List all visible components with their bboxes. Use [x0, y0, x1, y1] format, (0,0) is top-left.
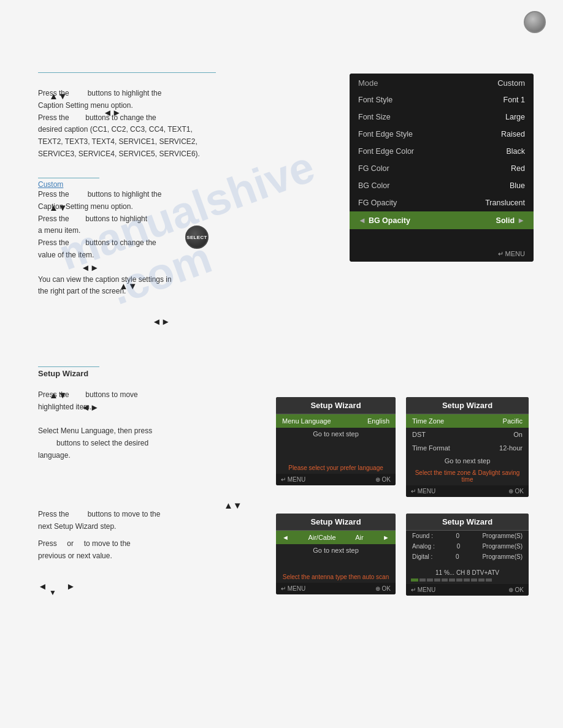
menu-bg-opacity-row[interactable]: ◄ BG Opacity Solid ►: [350, 211, 534, 229]
section4-text: Press the buttons to move to the next Se…: [38, 509, 160, 533]
wizard4-digital-num: 0: [456, 553, 459, 560]
wizard4-digital-label: Digital :: [412, 553, 432, 560]
wizard-scan-panel: Setup Wizard Found : 0 Programme(S) Anal…: [406, 514, 529, 596]
wizard2-tf-value: 12-hour: [499, 444, 523, 452]
wizard2-dst-label: DST: [412, 431, 426, 438]
wizard2-title: Setup Wizard: [406, 397, 529, 414]
wizard4-found-label: Found :: [412, 533, 433, 539]
caption-settings-menu: Mode Custom Font Style Font 1 Font Size …: [350, 74, 534, 262]
fg-color-value: Red: [511, 164, 525, 173]
wizard1-lang-value: English: [367, 417, 389, 425]
wizard4-found-row: Found : 0 Programme(S): [406, 531, 529, 541]
wizard4-analog-unit: Programme(S): [482, 543, 523, 550]
menu-font-edge-color-row[interactable]: Font Edge Color Black: [350, 143, 534, 160]
section3-text: Press the buttons to move highlighted it…: [38, 377, 152, 462]
wizard4-found-unit: Programme(S): [482, 533, 523, 539]
wizard4-found-num: 0: [456, 533, 459, 539]
wizard2-menu: ↵ MENU: [411, 488, 435, 495]
wizard2-tf-label: Time Format: [412, 444, 450, 452]
left-right-arrow-3: ◄►: [152, 316, 170, 327]
wizard4-analog-label: Analog :: [412, 543, 435, 550]
menu-bg-color-row[interactable]: BG Color Blue: [350, 177, 534, 194]
wizard2-dst-row[interactable]: DST On: [406, 428, 529, 441]
wizard4-analog-num: 0: [457, 543, 461, 550]
fg-opacity-label: FG Opacity: [358, 199, 397, 207]
wizard3-next-btn[interactable]: Go to next step: [276, 544, 396, 556]
wizard1-info: Please select your prefer language: [276, 462, 396, 474]
wizard4-digital-unit: Programme(S): [482, 553, 523, 560]
font-edge-color-label: Font Edge Color: [358, 147, 414, 156]
wizard1-lang-label: Menu Language: [282, 417, 331, 425]
wizard2-info: Select the time zone & Daylight saving t…: [406, 467, 529, 485]
mode-value: Custom: [497, 78, 525, 88]
wizard3-ac-label: Air/Cable: [308, 534, 335, 541]
bg-color-value: Blue: [510, 181, 525, 190]
wizard3-info: Select the antenna type then auto scan: [276, 571, 396, 583]
left-arrow-5: ◄: [38, 581, 47, 591]
wizard3-aircable-row[interactable]: ◄ Air/Cable Air ►: [276, 531, 396, 544]
right-arrow-5: ►: [66, 581, 75, 591]
wizard4-footer: ↵ MENU ⊕ OK: [406, 584, 529, 596]
section1-text: Press the buttons to highlight the Capti…: [38, 88, 200, 161]
wizard3-left-arrow[interactable]: ◄: [282, 534, 289, 541]
wizard4-scan-status: 11 %... CH 8 DTV+ATV: [406, 568, 529, 577]
section2-text: Press the buttons to highlight the Capti…: [38, 189, 172, 298]
wizard1-footer: ↵ MENU ⊕ OK: [276, 474, 396, 485]
wizard-timezone-panel: Setup Wizard Time Zone Pacific DST On Ti…: [406, 397, 529, 497]
wizard4-progress-bar: [406, 577, 529, 584]
mode-label: Mode: [358, 78, 378, 88]
font-edge-color-value: Black: [506, 147, 525, 156]
menu-row-dimmed-2: [350, 238, 534, 246]
menu-footer-text: ↵ MENU: [498, 250, 525, 257]
wizard2-footer: ↵ MENU ⊕ OK: [406, 485, 529, 497]
bg-opacity-label: BG Opacity: [369, 216, 494, 225]
wizard2-dst-value: On: [513, 431, 523, 438]
menu-font-edge-style-row[interactable]: Font Edge Style Raised: [350, 126, 534, 143]
wizard2-ok[interactable]: ⊕ OK: [508, 488, 524, 495]
section-divider-4: [38, 366, 99, 367]
font-style-label: Font Style: [358, 96, 393, 104]
wizard2-tz-value: Pacific: [503, 417, 523, 425]
font-edge-style-value: Raised: [501, 130, 525, 138]
section5-text: Press or to move to the previous or next…: [38, 538, 131, 563]
section-divider-1: [38, 72, 216, 73]
top-right-icon: [524, 11, 546, 33]
menu-mode-row: Mode Custom: [350, 74, 534, 91]
select-button[interactable]: SELECT: [185, 226, 209, 249]
menu-fg-color-row[interactable]: FG Color Red: [350, 160, 534, 177]
wizard4-digital-row: Digital : 0 Programme(S): [406, 552, 529, 562]
menu-font-size-row[interactable]: Font Size Large: [350, 108, 534, 126]
fg-opacity-value: Translucent: [485, 199, 525, 207]
bg-opacity-right-arrow[interactable]: ►: [517, 216, 525, 225]
section-divider-2: [38, 178, 99, 178]
wizard1-next-btn[interactable]: Go to next step: [276, 428, 396, 440]
menu-font-style-row[interactable]: Font Style Font 1: [350, 91, 534, 108]
wizard2-timezone-row[interactable]: Time Zone Pacific: [406, 414, 529, 428]
menu-fg-opacity-row[interactable]: FG Opacity Translucent: [350, 194, 534, 211]
font-size-label: Font Size: [358, 113, 391, 121]
wizard2-tz-label: Time Zone: [412, 417, 444, 425]
wizard3-menu: ↵ MENU: [281, 585, 305, 592]
wizard1-menu: ↵ MENU: [281, 476, 305, 483]
bg-opacity-left-arrow[interactable]: ◄: [358, 216, 366, 225]
wizard2-timeformat-row[interactable]: Time Format 12-hour: [406, 441, 529, 455]
wizard1-ok[interactable]: ⊕ OK: [375, 476, 391, 483]
wizard2-next-btn[interactable]: Go to next step: [406, 455, 529, 467]
wizard-aircable-panel: Setup Wizard ◄ Air/Cable Air ► Go to nex…: [276, 514, 396, 594]
wizard1-language-row[interactable]: Menu Language English: [276, 414, 396, 428]
wizard4-analog-row: Analog : 0 Programme(S): [406, 541, 529, 552]
wizard3-ok[interactable]: ⊕ OK: [375, 585, 391, 592]
wizard-language-panel: Setup Wizard Menu Language English Go to…: [276, 397, 396, 485]
bg-color-label: BG Color: [358, 181, 389, 190]
wizard4-title: Setup Wizard: [406, 514, 529, 531]
wizard3-ac-value: Air: [355, 534, 363, 541]
fg-color-label: FG Color: [358, 164, 389, 173]
wizard1-title: Setup Wizard: [276, 397, 396, 414]
up-down-arrow-5: ▲▼: [224, 500, 242, 510]
bg-opacity-value: Solid: [496, 216, 515, 225]
wizard4-menu: ↵ MENU: [411, 586, 435, 593]
menu-row-dimmed-1: [350, 229, 534, 238]
font-edge-style-label: Font Edge Style: [358, 130, 413, 138]
wizard3-right-arrow[interactable]: ►: [383, 534, 389, 541]
wizard4-ok[interactable]: ⊕ OK: [508, 586, 524, 593]
